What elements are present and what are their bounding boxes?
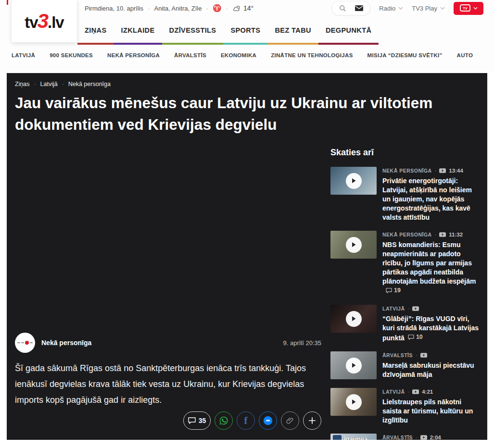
messenger-icon — [263, 415, 273, 426]
category-label[interactable]: ĀRVALSTĪS — [382, 352, 413, 358]
logo-three: 3 — [38, 10, 48, 32]
breadcrumb-zinas[interactable]: Ziņas — [15, 81, 30, 87]
subnav-latvija[interactable]: LATVIJĀ — [12, 52, 35, 58]
dot-separator: · — [226, 5, 228, 12]
chevron-down-icon — [398, 7, 403, 10]
breadcrumb-latvija[interactable]: Latvijā — [40, 81, 58, 87]
list-item[interactable]: Igaunijā ĀRVALSTĪS · 2:04 — [330, 434, 487, 440]
subnav-ekonomika[interactable]: EKONOMIKA — [221, 52, 256, 58]
comment-icon — [188, 417, 196, 424]
video-title[interactable]: NBS komandieris: Esmu neapmierināts ar p… — [382, 240, 481, 296]
share-facebook-button[interactable]: f — [237, 411, 255, 430]
video-thumbnail[interactable] — [330, 388, 377, 416]
video-title[interactable]: Lielstraupes pils nākotni saista ar tūri… — [382, 398, 481, 425]
subnav-arvalstis[interactable]: ĀRVALSTĪS — [174, 52, 206, 58]
video-title[interactable]: “Glābēji”: Rīgas VUGD vīri, kuri strādā … — [382, 314, 481, 343]
tab-degpunkta[interactable]: DEGPUNKTĀ — [318, 17, 379, 45]
list-item[interactable]: LATVIJĀ · 4:21 Lielstraupes pils nākotni… — [330, 388, 487, 425]
play-icon — [346, 311, 362, 327]
subnav-zinatne[interactable]: ZINĀTNE UN TEHNOLOĢIJAS — [271, 52, 353, 58]
tv3-logo[interactable]: tv3.lv — [12, 0, 77, 42]
copy-link-button[interactable] — [281, 411, 299, 430]
search-button[interactable] — [339, 4, 346, 12]
list-item[interactable]: ĀRVALSTĪS · Marseļā sabrukusi piecstāvu … — [330, 351, 487, 379]
temperature: 14° — [243, 4, 253, 12]
chevron-down-icon — [440, 7, 445, 10]
name-days: Anita, Anitra, Zīle — [154, 5, 202, 12]
subnav-auto[interactable]: AUTO — [457, 52, 473, 58]
more-share-button[interactable] — [303, 411, 321, 430]
dot-separator: · — [34, 81, 36, 87]
video-thumbnail[interactable] — [330, 167, 377, 195]
search-icon — [339, 4, 346, 12]
radio-dropdown[interactable]: Radio — [379, 5, 403, 12]
facebook-icon: f — [244, 415, 248, 427]
list-item[interactable]: NEKĀ PERSONĪGA · 11:32 NBS komandieris: … — [330, 231, 487, 296]
category-label[interactable]: NEKĀ PERSONĪGA — [382, 168, 432, 174]
share-messenger-button[interactable] — [259, 411, 277, 430]
search-mail-pill — [331, 1, 370, 15]
site-header: tv3.lv Pirmdiena, 10. aprīlis · Anita, A… — [0, 0, 494, 73]
tab-dzivesstils[interactable]: DZĪVESSTILS — [162, 17, 224, 45]
category-label[interactable]: NEKĀ PERSONĪGA — [382, 232, 432, 237]
tab-sports[interactable]: SPORTS — [223, 17, 267, 45]
mail-button[interactable] — [355, 5, 363, 11]
video-title[interactable]: Marseļā sabrukusi piecstāvu dzīvojamā mā… — [382, 361, 481, 379]
author-name[interactable]: Nekā personīga — [41, 339, 91, 347]
breadcrumb-neka-personiga[interactable]: Nekā personīga — [68, 81, 111, 87]
avatar-logo-dash — [30, 342, 33, 343]
list-item[interactable]: LATVIJĀ · “Glābēji”: Rīgas VUGD vīri, ku… — [330, 305, 487, 343]
sub-navigation: LATVIJĀ 900 SEKUNDES NEKĀ PERSONĪGA ĀRVA… — [12, 47, 473, 64]
video-text: LATVIJĀ · 4:21 Lielstraupes pils nākotni… — [382, 388, 481, 425]
comment-icon — [408, 335, 414, 340]
publish-date: 9. aprīlī 20:35 — [283, 339, 322, 347]
play-icon — [346, 173, 362, 189]
video-thumbnail[interactable]: Igaunijā — [330, 434, 377, 440]
envelope-icon — [355, 5, 363, 11]
video-text: LATVIJĀ · “Glābēji”: Rīgas VUGD vīri, ku… — [382, 305, 481, 343]
tv-live-button[interactable]: TV — [454, 2, 483, 15]
page-title: Jau vairākus mēnešus caur Latviju uz Ukr… — [15, 92, 443, 135]
dot-separator: · — [435, 168, 437, 174]
dot-separator: · — [148, 5, 150, 12]
video-title[interactable]: Privātie energotirgotāji: Latvijai, atšķ… — [382, 176, 481, 222]
chevron-down-icon — [473, 7, 478, 10]
comment-badge[interactable]: 19 — [386, 286, 401, 295]
paperclip-icon — [286, 417, 294, 424]
tv3play-dropdown[interactable]: TV3 Play — [412, 5, 445, 12]
subnav-neka-personiga[interactable]: NEKĀ PERSONĪGA — [107, 52, 160, 58]
tab-bez-tabu[interactable]: BEZ TABU — [267, 17, 318, 45]
list-item[interactable]: NEKĀ PERSONĪGA · 13:44 Privātie energoti… — [330, 167, 487, 222]
avatar[interactable] — [15, 333, 35, 353]
zodiac-icon[interactable]: ♈ — [213, 4, 222, 12]
tv-icon: TV — [460, 4, 470, 12]
category-label[interactable]: LATVIJĀ — [382, 306, 405, 311]
video-icon — [439, 168, 446, 173]
share-whatsapp-button[interactable] — [215, 411, 233, 430]
dot-separator: · — [416, 352, 418, 358]
tab-zinas[interactable]: ZIŅAS — [77, 17, 114, 45]
play-icon — [346, 394, 362, 410]
weather-widget[interactable]: 14° — [232, 4, 253, 12]
video-text: ĀRVALSTĪS · Marseļā sabrukusi piecstāvu … — [382, 351, 481, 379]
video-duration: 2:04 — [430, 435, 441, 440]
video-text: NEKĀ PERSONĪGA · 11:32 NBS komandieris: … — [382, 231, 481, 296]
avatar-logo-dash — [21, 342, 24, 343]
video-icon — [412, 389, 419, 394]
comment-badge[interactable]: 10 — [408, 333, 423, 342]
subnav-misija-dziesmu-svetki[interactable]: MISIJA “DZIESMU SVĒTKI” — [367, 52, 443, 58]
category-label[interactable]: ĀRVALSTĪS — [382, 435, 413, 440]
thumbnail-graphic — [333, 435, 342, 440]
play-icon — [346, 358, 362, 373]
video-meta: ĀRVALSTĪS · 2:04 — [382, 434, 481, 440]
video-thumbnail[interactable] — [330, 351, 377, 379]
tab-izklaide[interactable]: IZKLAIDE — [114, 17, 162, 45]
related-video-list: NEKĀ PERSONĪGA · 13:44 Privātie energoti… — [330, 167, 487, 440]
category-label[interactable]: LATVIJĀ — [382, 389, 405, 395]
article-container: Ziņas · Latvijā · Nekā personīga Jau vai… — [7, 73, 487, 440]
subnav-900-sekundes[interactable]: 900 SEKUNDES — [50, 52, 93, 58]
comments-button[interactable]: 35 — [183, 411, 211, 430]
cloud-sun-icon — [232, 5, 241, 12]
video-thumbnail[interactable] — [330, 231, 377, 259]
video-thumbnail[interactable] — [330, 305, 377, 333]
